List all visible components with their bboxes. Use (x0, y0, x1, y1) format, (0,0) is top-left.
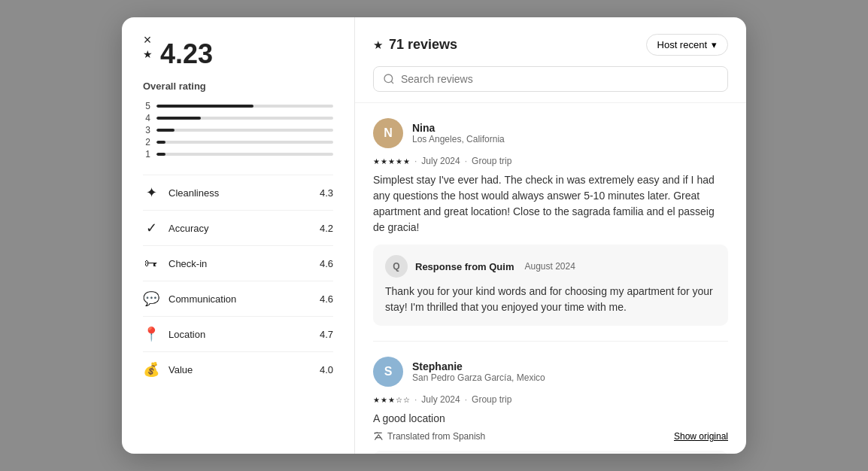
response-text: Thank you for your kind words and for ch… (385, 284, 716, 315)
reviewer-info: Stephanie San Pedro Garza García, Mexico (412, 360, 728, 383)
svg-line-1 (391, 81, 393, 84)
category-score: 4.3 (320, 187, 333, 199)
reviewer-name: Nina (412, 122, 728, 134)
category-name: Value (168, 364, 193, 375)
chevron-down-icon: ▾ (712, 39, 717, 50)
bar-label: 1 (143, 149, 150, 160)
rating-bars: 5 4 3 2 1 (143, 101, 333, 160)
left-panel: ★ 4.23 Overall rating 5 4 3 2 (122, 17, 355, 454)
star-icon: ★ (396, 157, 402, 166)
star-icon: ★ (381, 157, 387, 166)
bar-fill (156, 105, 253, 108)
show-original-button[interactable]: Show original (674, 431, 728, 442)
star-icon: ★ (403, 157, 410, 166)
category-row: ✓ Accuracy 4.2 (143, 210, 333, 245)
review-stars: ★★★★★ (373, 157, 410, 166)
bar-track (156, 129, 333, 132)
review-meta: ★★★☆☆ · July 2024 · Group trip (373, 394, 728, 405)
reviews-list: N Nina Los Angeles, California ★★★★★ · J… (355, 103, 746, 454)
overall-score: 4.23 (160, 38, 213, 70)
star-icon: ☆ (403, 396, 410, 404)
review-item: N Nina Los Angeles, California ★★★★★ · J… (373, 103, 728, 342)
review-date: July 2024 (421, 156, 460, 166)
category-score: 4.7 (320, 329, 333, 340)
category-icon: 📍 (143, 326, 159, 342)
category-left: 💰 Value (143, 361, 193, 378)
category-left: 💬 Communication (143, 290, 236, 307)
category-icon: 🗝 (143, 255, 159, 272)
star-icon: ★ (381, 396, 387, 404)
bar-track (156, 117, 333, 120)
rating-bar-row: 5 (143, 101, 333, 111)
overall-rating-section: ★ 4.23 Overall rating 5 4 3 2 (143, 38, 333, 160)
review-meta: ★★★★★ · July 2024 · Group trip (373, 156, 728, 166)
sort-button[interactable]: Host recent ▾ (646, 34, 728, 56)
review-trip-type: Group trip (472, 394, 511, 405)
dot-separator: · (414, 156, 417, 166)
category-row: 💰 Value 4.0 (143, 351, 333, 387)
right-header: ★ 71 reviews Host recent ▾ (355, 17, 746, 103)
bar-track (156, 105, 333, 108)
star-icon: ★ (373, 396, 380, 404)
bar-label: 4 (143, 113, 150, 123)
search-box (373, 66, 728, 92)
bar-track (156, 153, 333, 156)
response-box: Q Response from Quim August 2024 Thank y… (373, 245, 728, 326)
category-row: 🗝 Check-in 4.6 (143, 245, 333, 281)
bar-label: 2 (143, 137, 150, 147)
category-row: ✦ Cleanliness 4.3 (143, 175, 333, 210)
review-stars: ★★★☆☆ (373, 396, 410, 404)
star-icon: ★ (373, 157, 380, 166)
category-icon: ✓ (143, 220, 159, 236)
response-box: Q Response from Quim August 2024 Muchas … (373, 451, 728, 454)
reviewer-name: Stephanie (412, 360, 728, 372)
close-icon: × (144, 32, 152, 48)
review-text: Simplest stay I've ever had. The check i… (373, 172, 728, 235)
category-row: 📍 Location 4.7 (143, 316, 333, 351)
response-avatar: Q (385, 255, 408, 278)
reviewer-avatar: S (373, 357, 403, 387)
category-name: Communication (168, 293, 236, 305)
search-icon (383, 73, 395, 85)
modal-overlay[interactable]: × ★ 4.23 Overall rating 5 (0, 0, 868, 471)
review-date: July 2024 (421, 394, 460, 405)
bar-fill (156, 153, 165, 156)
category-row: 💬 Communication 4.6 (143, 281, 333, 316)
reviewer-info: Nina Los Angeles, California (412, 122, 728, 144)
bar-track (156, 141, 333, 144)
dot-separator: · (465, 394, 467, 405)
response-date: August 2024 (524, 261, 575, 272)
svg-point-0 (384, 74, 393, 83)
bar-fill (156, 141, 165, 144)
bar-fill (156, 117, 201, 120)
rating-bar-row: 2 (143, 137, 333, 147)
category-score: 4.2 (320, 223, 333, 234)
rating-bar-row: 4 (143, 113, 333, 123)
sort-label: Host recent (657, 39, 707, 50)
category-ratings: ✦ Cleanliness 4.3 ✓ Accuracy 4.2 🗝 Check… (143, 175, 333, 387)
review-trip-type: Group trip (472, 156, 511, 166)
rating-bar-row: 3 (143, 125, 333, 135)
review-text: A good location (373, 411, 728, 427)
star-icon: ★ (388, 157, 395, 166)
dot-separator: · (465, 156, 467, 166)
category-icon: 💬 (143, 290, 159, 307)
close-button[interactable]: × (135, 28, 159, 52)
category-score: 4.0 (320, 364, 333, 375)
reviews-count: 71 reviews (389, 37, 457, 53)
count-star-icon: ★ (373, 38, 383, 52)
category-score: 4.6 (320, 258, 333, 269)
overall-label: Overall rating (143, 81, 333, 92)
bar-label: 3 (143, 125, 150, 135)
star-icon: ★ (388, 396, 395, 404)
reviews-modal: × ★ 4.23 Overall rating 5 (122, 17, 746, 454)
dot-separator: · (414, 394, 417, 405)
reviewer-avatar: N (373, 118, 403, 148)
search-input[interactable] (401, 73, 718, 85)
category-icon: 💰 (143, 361, 159, 378)
category-left: ✓ Accuracy (143, 220, 208, 236)
category-name: Check-in (168, 258, 207, 269)
response-name: Response from Quim (415, 261, 514, 272)
star-icon: ☆ (396, 396, 402, 404)
bar-label: 5 (143, 101, 150, 111)
